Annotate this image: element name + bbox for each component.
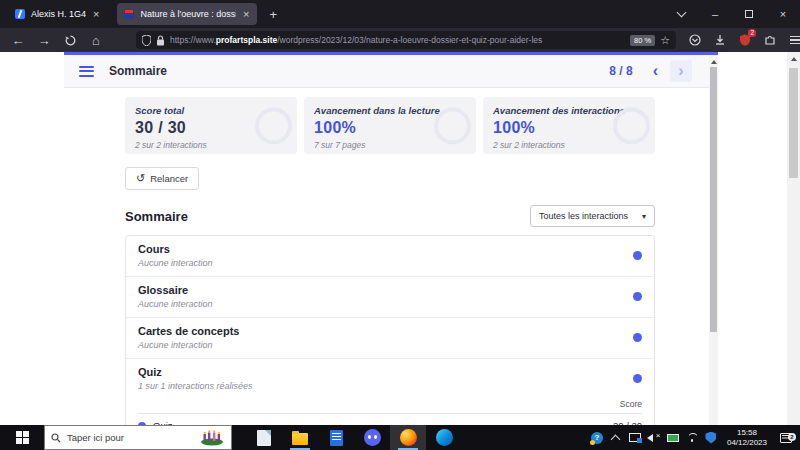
system-tray: ? × 15:58 04/12/2023 2: [590, 425, 800, 450]
file-explorer-icon[interactable]: [282, 425, 318, 450]
progress-ring: [613, 107, 650, 144]
taskbar-app-icons: [246, 425, 462, 450]
pocket-icon[interactable]: [684, 30, 706, 50]
status-dot: [633, 333, 642, 342]
tab-favicon: [15, 9, 25, 19]
status-dot: [633, 251, 642, 260]
display-project-icon[interactable]: [628, 430, 642, 446]
browser-tab-active[interactable]: Nature à l'oeuvre : dossier et q ×: [117, 3, 257, 25]
windows-taskbar: Taper ici pour ? ×: [0, 425, 800, 450]
browser-tab-inactive[interactable]: Alexis H. 1G4 ×: [8, 3, 107, 25]
list-item-cours[interactable]: Cours Aucune interaction: [126, 236, 654, 277]
battery-icon[interactable]: [666, 430, 680, 446]
page-viewport: Sommaire 8 / 8 ‹ › Score total 30 / 30 2…: [0, 52, 800, 425]
item-title: Glossaire: [138, 284, 633, 296]
tray-expand-chevron-icon[interactable]: [609, 430, 623, 446]
summary-cards: Score total 30 / 30 2 sur 2 interactions…: [125, 97, 655, 154]
discord-app-icon[interactable]: [354, 425, 390, 450]
tracking-shield-icon: [142, 35, 151, 46]
url-bar[interactable]: https://www.profartspla.site/wordpress/2…: [136, 31, 676, 49]
restart-label: Relancer: [150, 173, 188, 184]
search-placeholder: Taper ici pour: [67, 432, 193, 443]
item-subtitle: Aucune interaction: [138, 340, 633, 350]
browser-scrollbar[interactable]: [787, 52, 800, 425]
h5p-scrollbar[interactable]: [709, 55, 718, 425]
scroll-up-arrow-icon[interactable]: [791, 57, 797, 61]
new-tab-button[interactable]: +: [259, 7, 287, 22]
h5p-menu-icon[interactable]: [79, 63, 94, 79]
url-text: https://www.profartspla.site/wordpress/2…: [170, 35, 625, 45]
extensions-puzzle-icon[interactable]: [759, 30, 781, 50]
home-button[interactable]: ⌂: [84, 30, 108, 50]
writer-document-app-icon[interactable]: [318, 425, 354, 450]
quiz-score-table: Score Quiz 20 / 20: [138, 399, 642, 425]
zoom-level-badge[interactable]: 80 %: [630, 35, 655, 46]
minimize-button[interactable]: –: [698, 0, 732, 28]
score-row[interactable]: Quiz 20 / 20: [138, 414, 642, 425]
next-page-button[interactable]: ›: [670, 60, 692, 82]
bookmark-star-icon[interactable]: ☆: [660, 34, 670, 47]
forward-button[interactable]: →: [32, 30, 56, 50]
previous-page-button[interactable]: ‹: [653, 63, 658, 79]
browser-titlebar: Alexis H. 1G4 × Nature à l'oeuvre : doss…: [0, 0, 800, 28]
windows-logo-icon: [16, 431, 29, 444]
adblock-extension-icon[interactable]: 2: [734, 30, 756, 50]
notification-badge: 2: [788, 433, 796, 441]
h5p-interactive-book: Sommaire 8 / 8 ‹ › Score total 30 / 30 2…: [64, 52, 718, 425]
security-shield-icon[interactable]: [704, 430, 718, 446]
list-item-quiz[interactable]: Quiz 1 sur 1 interactions réalisées Scor…: [126, 359, 654, 425]
chevron-down-icon: ▾: [642, 212, 646, 221]
interactions-filter-dropdown[interactable]: Toutes les interactions ▾: [530, 205, 655, 227]
taskbar-clock[interactable]: 15:58 04/12/2023: [723, 428, 771, 448]
taskbar-search-input[interactable]: Taper ici pour: [44, 425, 232, 450]
help-tray-icon[interactable]: ?: [590, 430, 604, 446]
close-window-button[interactable]: ×: [766, 0, 800, 28]
progress-ring: [255, 107, 292, 144]
downloads-icon[interactable]: [709, 30, 731, 50]
item-title: Cours: [138, 243, 633, 255]
tab-title: Nature à l'oeuvre : dossier et q: [140, 9, 236, 19]
app-menu-icon[interactable]: [784, 30, 800, 50]
item-title: Cartes de concepts: [138, 325, 633, 337]
toolbar-right-icons: 2: [684, 30, 800, 50]
back-button[interactable]: ←: [6, 30, 30, 50]
scrollbar-thumb[interactable]: [789, 68, 798, 178]
interactions-progress-card: Avancement des interactions 100% 2 sur 2…: [483, 97, 655, 154]
restart-icon: ↺: [136, 173, 145, 184]
progress-ring: [434, 107, 471, 144]
h5p-header: Sommaire 8 / 8 ‹ ›: [64, 55, 718, 88]
restart-button[interactable]: ↺ Relancer: [125, 167, 199, 190]
start-button[interactable]: [0, 425, 44, 450]
status-dot: [633, 374, 642, 383]
search-icon: [51, 433, 61, 443]
maximize-button[interactable]: [732, 0, 766, 28]
edge-app-icon[interactable]: [426, 425, 462, 450]
scroll-up-arrow-icon[interactable]: [711, 60, 717, 64]
screen: Alexis H. 1G4 × Nature à l'oeuvre : doss…: [0, 0, 800, 450]
close-icon[interactable]: ×: [92, 9, 100, 20]
list-item-glossaire[interactable]: Glossaire Aucune interaction: [126, 277, 654, 318]
notepad-app-icon[interactable]: [246, 425, 282, 450]
item-subtitle: Aucune interaction: [138, 258, 633, 268]
volume-muted-icon[interactable]: ×: [647, 430, 661, 446]
list-item-cartes-de-concepts[interactable]: Cartes de concepts Aucune interaction: [126, 318, 654, 359]
filter-value: Toutes les interactions: [539, 211, 628, 221]
page-counter: 8 / 8: [609, 64, 632, 78]
notification-center-icon[interactable]: 2: [776, 433, 796, 443]
reload-button[interactable]: [58, 30, 82, 50]
firefox-app-icon[interactable]: [390, 425, 426, 450]
wifi-icon[interactable]: [685, 430, 699, 446]
close-icon[interactable]: ×: [242, 9, 250, 20]
score-column-header: Score: [138, 399, 642, 414]
chapter-list: Cours Aucune interaction Glossaire Aucun…: [125, 235, 655, 425]
tab-list-chevron-icon[interactable]: [664, 0, 698, 28]
h5p-menu-label: Sommaire: [109, 64, 167, 78]
item-subtitle: Aucune interaction: [138, 299, 633, 309]
advent-wreath-icon: [199, 429, 225, 446]
extension-badge: 2: [748, 29, 756, 37]
summary-section-header: Sommaire Toutes les interactions ▾: [125, 205, 655, 227]
scrollbar-thumb[interactable]: [710, 67, 717, 332]
clock-date: 04/12/2023: [727, 438, 767, 448]
score-total-card: Score total 30 / 30 2 sur 2 interactions: [125, 97, 297, 154]
lock-icon: [156, 35, 165, 46]
